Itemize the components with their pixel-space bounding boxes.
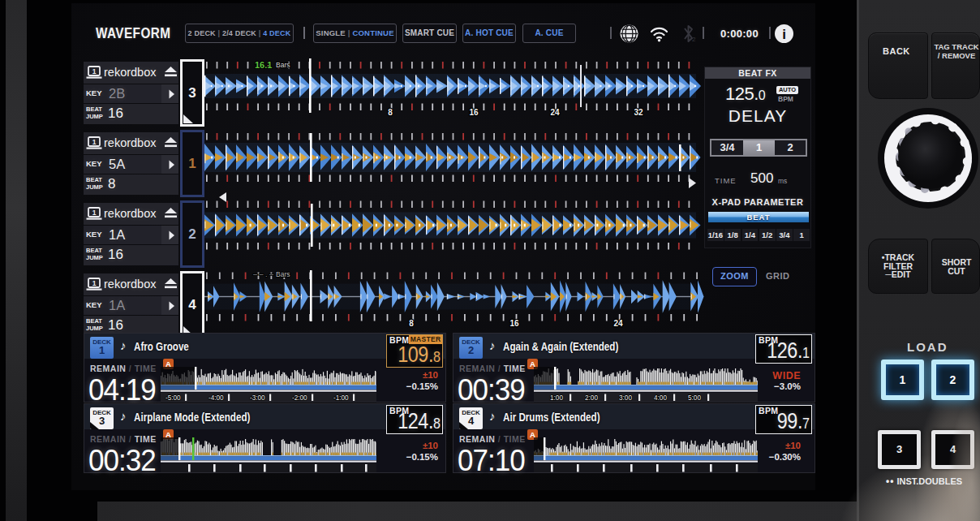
svg-text:-2:00: -2:00 [292,394,307,402]
svg-text:24: 24 [613,319,623,328]
svg-text:8: 8 [409,319,414,328]
svg-text:2:00: 2:00 [585,394,598,402]
svg-text:16.1: 16.1 [255,60,272,70]
svg-text:Bars: Bars [276,270,290,278]
svg-text:– – . –: – – . – [253,270,273,278]
svg-text:24: 24 [550,108,560,117]
svg-text:5:00: 5:00 [688,394,701,402]
svg-text:-3:00: -3:00 [250,394,265,402]
svg-text:-1:00: -1:00 [333,394,349,402]
svg-text:8: 8 [388,108,393,117]
svg-text:16: 16 [469,108,479,117]
svg-text:1:00: 1:00 [550,394,563,402]
svg-text:3:00: 3:00 [619,394,632,402]
svg-text:Bars: Bars [276,61,290,69]
svg-text:-4:00: -4:00 [208,394,224,402]
svg-text:4:00: 4:00 [654,394,667,402]
svg-text:32: 32 [634,108,643,117]
svg-text:-5:00: -5:00 [165,394,181,402]
svg-text:16: 16 [509,319,519,328]
